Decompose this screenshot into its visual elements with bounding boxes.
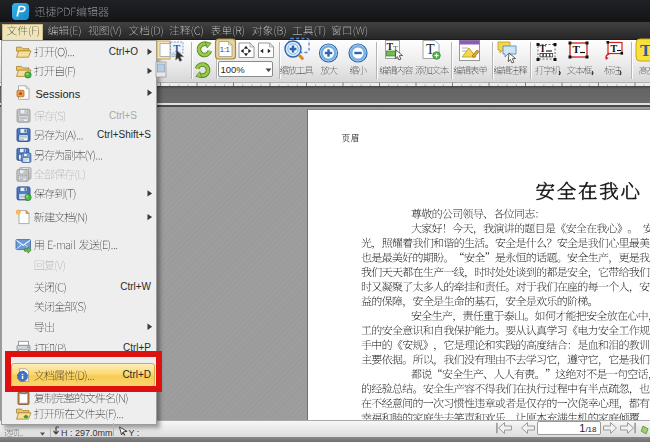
svg-text:T: T — [611, 43, 618, 54]
svg-text:T: T — [540, 44, 547, 54]
svg-text:T: T — [640, 41, 650, 60]
svg-text:T: T — [573, 43, 581, 55]
svg-text:1:1: 1:1 — [220, 46, 230, 53]
